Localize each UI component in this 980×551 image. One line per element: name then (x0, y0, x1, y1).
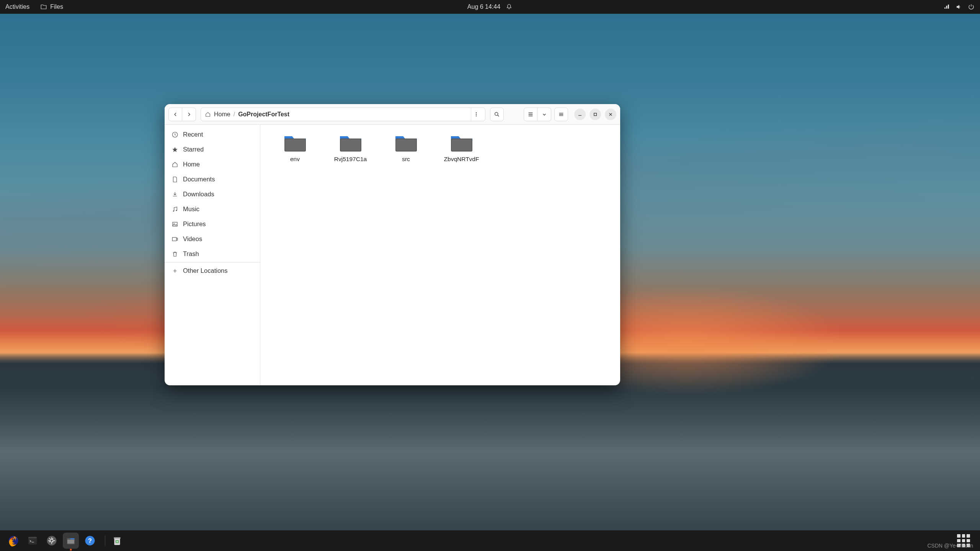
svg-rect-16 (396, 139, 416, 151)
kebab-icon (474, 112, 479, 117)
svg-point-1 (476, 114, 477, 114)
svg-point-3 (495, 112, 498, 115)
titlebar: Home / GoProjectForTest (165, 104, 620, 125)
folder-item[interactable]: ZbvqNRTvdF (434, 130, 489, 165)
folder-label: env (290, 155, 300, 163)
path-bar[interactable]: Home / GoProjectForTest (201, 108, 485, 121)
view-options-button[interactable] (537, 108, 551, 121)
dock-help[interactable]: ? (82, 533, 98, 549)
path-home[interactable]: Home (214, 111, 230, 118)
sidebar-separator (165, 262, 260, 262)
sidebar-item-trash[interactable]: Trash (165, 246, 260, 261)
path-menu-button[interactable] (471, 108, 481, 121)
search-button[interactable] (490, 108, 504, 121)
network-icon[interactable] (943, 3, 950, 10)
search-icon (494, 111, 500, 117)
svg-rect-10 (172, 237, 176, 241)
sidebar-item-label: Pictures (183, 220, 206, 228)
svg-rect-12 (285, 139, 305, 151)
activities-button[interactable]: Activities (5, 3, 29, 10)
minimize-button[interactable] (574, 109, 586, 120)
trash-icon (172, 251, 178, 258)
sidebar-item-recent[interactable]: Recent (165, 127, 260, 142)
forward-button[interactable] (182, 108, 196, 121)
svg-rect-25 (67, 540, 74, 544)
path-current[interactable]: GoProjectForTest (238, 111, 289, 118)
help-icon: ? (84, 535, 96, 546)
window-body: Recent Starred Home Documents Downloads … (165, 125, 620, 385)
svg-point-7 (176, 210, 177, 211)
sidebar-item-starred[interactable]: Starred (165, 142, 260, 157)
sidebar-item-documents[interactable]: Documents (165, 172, 260, 187)
gear-icon (46, 535, 57, 546)
video-icon (172, 236, 178, 243)
volume-icon[interactable] (956, 3, 962, 10)
sidebar-item-home[interactable]: Home (165, 157, 260, 172)
svg-rect-8 (173, 222, 177, 226)
svg-rect-18 (452, 139, 472, 151)
list-view-button[interactable] (524, 108, 537, 121)
svg-rect-21 (28, 537, 37, 538)
document-icon (172, 176, 178, 183)
dock-settings[interactable] (44, 533, 60, 549)
sidebar-item-videos[interactable]: Videos (165, 231, 260, 246)
folder-label: Rvj5197C1a (334, 155, 367, 163)
close-icon (608, 111, 614, 117)
hamburger-menu-button[interactable] (554, 108, 568, 121)
back-button[interactable] (168, 108, 182, 121)
clock-icon (172, 131, 178, 138)
sidebar-item-label: Recent (183, 131, 203, 138)
sidebar-item-label: Downloads (183, 191, 214, 198)
maximize-button[interactable] (590, 109, 601, 120)
watermark: CSDN @Ye-Maolin (927, 543, 973, 549)
sidebar-item-music[interactable]: Music (165, 202, 260, 217)
notification-icon[interactable] (506, 3, 513, 10)
sidebar-item-pictures[interactable]: Pictures (165, 217, 260, 231)
path-separator: / (234, 111, 235, 118)
trash-icon (111, 535, 123, 546)
folder-label: ZbvqNRTvdF (444, 155, 479, 163)
content-area[interactable]: env Rvj5197C1a src ZbvqNRTvdF (260, 125, 620, 385)
sidebar-item-label: Documents (183, 176, 215, 183)
top-bar: Activities Files Aug 6 14:44 (0, 0, 980, 14)
dock-separator (105, 535, 105, 546)
chevron-left-icon (172, 111, 178, 117)
svg-rect-4 (594, 113, 597, 116)
svg-text:?: ? (88, 537, 92, 544)
star-icon (172, 146, 178, 153)
dock-firefox[interactable] (5, 533, 21, 549)
power-icon[interactable] (968, 3, 975, 10)
folder-item[interactable]: src (378, 130, 434, 165)
sidebar-item-label: Videos (183, 235, 202, 243)
home-icon (205, 111, 211, 117)
folder-item[interactable]: env (267, 130, 323, 165)
list-icon (528, 111, 534, 117)
dock: ? (0, 530, 980, 551)
folder-icon (394, 132, 418, 153)
app-menu-label: Files (50, 3, 63, 10)
sidebar-item-other-locations[interactable]: Other Locations (165, 263, 260, 278)
dock-trash[interactable] (109, 533, 125, 549)
sidebar-item-label: Music (183, 205, 199, 213)
home-icon (172, 161, 178, 168)
dock-files[interactable] (63, 533, 79, 549)
sidebar: Recent Starred Home Documents Downloads … (165, 125, 260, 385)
close-button[interactable] (605, 109, 616, 120)
chevron-down-icon (541, 111, 547, 117)
folder-icon (283, 132, 307, 153)
app-menu[interactable]: Files (40, 3, 63, 10)
picture-icon (172, 221, 178, 228)
minimize-icon (577, 111, 583, 117)
svg-point-0 (476, 112, 477, 113)
clock[interactable]: Aug 6 14:44 (467, 3, 500, 10)
view-buttons (524, 108, 551, 121)
folder-item[interactable]: Rvj5197C1a (323, 130, 378, 165)
folder-label: src (402, 155, 410, 163)
svg-point-6 (173, 210, 174, 212)
dock-terminal[interactable] (24, 533, 41, 549)
download-icon (172, 191, 178, 198)
sidebar-item-downloads[interactable]: Downloads (165, 187, 260, 202)
files-icon (65, 535, 77, 546)
hamburger-icon (558, 111, 564, 117)
folder-icon (449, 132, 474, 153)
